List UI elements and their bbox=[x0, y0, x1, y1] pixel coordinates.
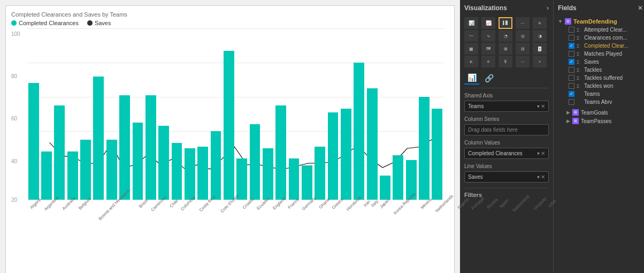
field-group-teamdefending-header[interactable]: ▼ ⊞ TeamDefending bbox=[558, 17, 643, 26]
viz-icon-kpi[interactable]: K bbox=[464, 56, 478, 67]
column-values-remove[interactable]: ✕ bbox=[541, 150, 545, 156]
viz-icon-area[interactable]: 〰 bbox=[464, 30, 478, 42]
bar-19[interactable] bbox=[275, 105, 286, 200]
bar-18[interactable] bbox=[263, 148, 273, 200]
viz-icon-column[interactable]: 📈 bbox=[481, 17, 495, 29]
column-series-label: Column Series bbox=[464, 116, 549, 122]
bar-15[interactable] bbox=[224, 51, 234, 200]
bar-22[interactable] bbox=[315, 147, 325, 200]
field-sigma-tackles: Σ bbox=[577, 67, 582, 73]
field-item-teams-abrv[interactable]: Σ Teams Abrv bbox=[558, 98, 643, 106]
field-checkbox-saves[interactable] bbox=[569, 59, 574, 65]
bar-7[interactable] bbox=[119, 95, 130, 200]
viz-icon-custom[interactable]: + bbox=[533, 56, 547, 67]
sub-group-teamgoals-icon: ⊞ bbox=[572, 109, 579, 116]
field-checkbox-completed-clear[interactable] bbox=[569, 43, 574, 49]
viz-tab-fields[interactable]: 📊 bbox=[464, 72, 479, 85]
bar-11[interactable] bbox=[172, 143, 182, 200]
bar-5[interactable] bbox=[93, 77, 104, 200]
field-name-tackles: Tackles bbox=[584, 67, 602, 73]
bar-8[interactable] bbox=[133, 123, 143, 200]
y-label-20: 20 bbox=[11, 197, 17, 203]
sub-group-teampasses-header[interactable]: ▶ ⊞ TeamPasses bbox=[566, 117, 643, 125]
viz-icon-card[interactable]: 🃏 bbox=[533, 43, 547, 55]
bar-17[interactable] bbox=[250, 124, 260, 200]
field-group-icon: ⊞ bbox=[565, 18, 571, 25]
bar-0[interactable] bbox=[28, 83, 39, 200]
field-checkbox-clearances-com[interactable] bbox=[569, 35, 574, 41]
viz-icon-pie[interactable]: ◔ bbox=[499, 30, 512, 42]
bar-31[interactable] bbox=[432, 109, 442, 200]
fields-close-btn[interactable]: ✕ bbox=[638, 4, 643, 12]
viz-icon-funnel[interactable]: ⊽ bbox=[499, 56, 512, 67]
bar-group-bosnia-and-herzegovi--- bbox=[79, 28, 91, 200]
bar-10[interactable] bbox=[158, 126, 169, 200]
field-checkbox-tackles-won[interactable] bbox=[569, 83, 574, 89]
bar-13[interactable] bbox=[197, 147, 208, 200]
field-item-teams[interactable]: Σ Teams bbox=[558, 90, 643, 98]
line-values-chevron[interactable]: ▾ bbox=[537, 174, 540, 180]
viz-icon-waterfall[interactable]: ≡ bbox=[533, 17, 547, 29]
viz-icon-table[interactable]: ⊞ bbox=[499, 43, 512, 55]
bar-group-australia bbox=[53, 28, 66, 200]
viz-icon-gauge[interactable]: ◑ bbox=[533, 30, 547, 42]
field-checkbox-tackles[interactable] bbox=[569, 67, 574, 73]
bar-group-germany bbox=[223, 28, 235, 200]
field-item-tackles[interactable]: Σ Tackles bbox=[558, 66, 643, 74]
bar-6[interactable] bbox=[106, 140, 117, 200]
viz-tab-format[interactable]: 🔗 bbox=[481, 72, 496, 85]
bar-28[interactable] bbox=[393, 155, 403, 200]
bar-24[interactable] bbox=[341, 109, 351, 200]
bar-21[interactable] bbox=[302, 165, 312, 200]
bar-20[interactable] bbox=[289, 158, 300, 200]
field-item-tackles-won[interactable]: Σ Tackles won bbox=[558, 82, 643, 90]
line-values-remove[interactable]: ✕ bbox=[541, 174, 545, 180]
field-item-clearances-com[interactable]: Σ Clearances com... bbox=[558, 34, 643, 42]
field-item-tackles-suffered[interactable]: Σ Tackles suffered bbox=[558, 74, 643, 82]
bar-27[interactable] bbox=[380, 176, 390, 200]
field-item-matches-played[interactable]: Σ Matches Played bbox=[558, 50, 643, 58]
field-checkbox-teams-abrv[interactable] bbox=[569, 99, 574, 105]
field-checkbox-matches-played[interactable] bbox=[569, 51, 574, 57]
field-checkbox-tackles-suffered[interactable] bbox=[569, 75, 574, 81]
bar-16[interactable] bbox=[236, 158, 247, 200]
x-label-14: France bbox=[285, 200, 298, 232]
viz-icon-combo[interactable]: ▌▊ bbox=[499, 17, 512, 29]
viz-icon-more[interactable]: ⋯ bbox=[516, 56, 530, 67]
viz-icon-donut[interactable]: ◎ bbox=[516, 30, 530, 42]
field-checkbox-teams[interactable] bbox=[569, 91, 574, 97]
viz-icon-treemap[interactable]: ▦ bbox=[464, 43, 478, 55]
sub-group-teamgoals-header[interactable]: ▶ ⊞ TeamGoals bbox=[566, 108, 643, 117]
shared-axis-remove[interactable]: ✕ bbox=[541, 103, 545, 109]
shared-axis-chevron[interactable]: ▾ bbox=[537, 103, 540, 109]
field-item-saves[interactable]: Σ Saves bbox=[558, 58, 643, 66]
viz-panel-arrow[interactable]: › bbox=[547, 4, 549, 12]
bar-group-korea-republic bbox=[314, 28, 326, 200]
bar-4[interactable] bbox=[80, 140, 91, 200]
x-label-1: Argentina bbox=[41, 200, 59, 232]
field-checkbox-attempted-clear[interactable] bbox=[569, 27, 574, 33]
bar-14[interactable] bbox=[211, 131, 221, 200]
viz-icon-map[interactable]: 🗺 bbox=[481, 43, 495, 55]
x-label-19: Iran bbox=[362, 200, 369, 232]
field-item-attempted-clear[interactable]: Σ Attempted Clear... bbox=[558, 26, 643, 34]
bar-2[interactable] bbox=[54, 105, 65, 200]
bar-23[interactable] bbox=[328, 112, 339, 200]
column-series-dropzone[interactable]: Drag data fields here bbox=[464, 124, 549, 135]
field-group-teamdefending: ▼ ⊞ TeamDefending Σ Attempted Clear... Σ… bbox=[558, 17, 643, 106]
bar-26[interactable] bbox=[367, 88, 378, 200]
bar-group-cote-d-ivoire bbox=[157, 28, 170, 200]
viz-icon-bar[interactable]: 📊 bbox=[464, 17, 478, 29]
bar-25[interactable] bbox=[354, 63, 364, 200]
bar-30[interactable] bbox=[419, 97, 430, 200]
bar-9[interactable] bbox=[145, 95, 156, 200]
bar-1[interactable] bbox=[41, 151, 52, 200]
viz-icon-line[interactable]: ∿ bbox=[481, 30, 495, 42]
viz-icon-matrix[interactable]: ⊟ bbox=[516, 43, 530, 55]
viz-icon-slicer[interactable]: ≡ bbox=[481, 56, 495, 67]
viz-icon-scatter[interactable]: ⋯ bbox=[516, 17, 530, 29]
bar-3[interactable] bbox=[67, 151, 78, 200]
column-values-chevron[interactable]: ▾ bbox=[537, 150, 540, 156]
field-item-completed-clear[interactable]: Σ Completed Clear... bbox=[558, 42, 643, 50]
bar-12[interactable] bbox=[185, 148, 195, 200]
